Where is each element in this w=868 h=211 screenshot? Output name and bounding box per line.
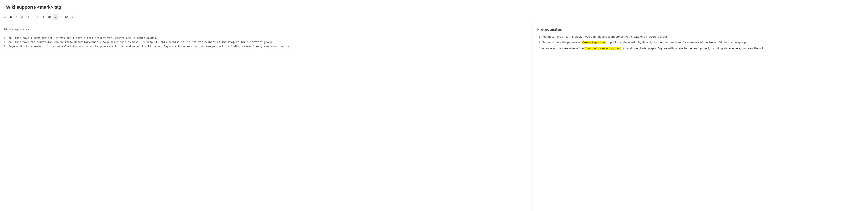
preview-pane: Prerequisites You must have a team proje… xyxy=(532,22,868,211)
svg-text:I: I xyxy=(16,16,17,19)
page-title-input[interactable] xyxy=(6,4,868,10)
checklist-icon xyxy=(43,16,46,19)
text-style-icon: A▾ xyxy=(4,16,7,19)
code-button[interactable] xyxy=(25,14,30,20)
more-icon xyxy=(76,16,79,19)
italic-button[interactable]: I xyxy=(14,14,19,20)
highlighted-text: Create Repository xyxy=(582,41,606,44)
svg-text:B: B xyxy=(10,16,12,19)
task-list-button[interactable] xyxy=(42,14,47,20)
highlight-button[interactable]: Abc xyxy=(53,14,58,20)
svg-point-37 xyxy=(78,17,79,17)
list-item: You must have the permission Create Repo… xyxy=(542,40,868,44)
bulleted-list-button[interactable] xyxy=(31,14,36,20)
link-icon xyxy=(21,16,24,19)
formatting-toolbar: A▾BI123Abc# Markdown supported. xyxy=(0,13,868,22)
ol-icon: 123 xyxy=(37,16,40,19)
table-icon xyxy=(48,16,51,19)
highlighted-text: Contributors security group xyxy=(585,47,621,50)
more-button[interactable] xyxy=(75,14,80,20)
svg-point-35 xyxy=(76,17,77,17)
markdown-source[interactable]: ## Prerequisites 1. You must have a team… xyxy=(0,22,532,49)
heading-button[interactable]: # xyxy=(58,14,64,20)
svg-text:3: 3 xyxy=(37,17,38,19)
paperclip-icon xyxy=(65,16,68,19)
page-title-input-wrapper[interactable] xyxy=(3,2,868,12)
attach-button[interactable] xyxy=(64,14,69,20)
svg-point-36 xyxy=(78,17,78,17)
svg-rect-22 xyxy=(43,17,44,18)
preview-list: You must have a team project. If you don… xyxy=(537,35,868,51)
svg-text:#: # xyxy=(60,16,61,19)
svg-point-12 xyxy=(32,17,32,17)
numbered-list-button[interactable]: 123 xyxy=(36,14,41,20)
paste-icon xyxy=(70,16,73,19)
paste-button[interactable] xyxy=(69,14,75,20)
svg-text:▾: ▾ xyxy=(5,17,6,18)
svg-rect-25 xyxy=(49,16,51,18)
link-button[interactable] xyxy=(20,14,25,20)
editor-split: ## Prerequisites 1. You must have a team… xyxy=(0,22,868,211)
svg-point-13 xyxy=(32,18,32,18)
title-toolbar: Close Save xyxy=(0,0,868,13)
ul-icon xyxy=(32,16,35,19)
table-button[interactable] xyxy=(47,14,53,20)
hash-icon: # xyxy=(59,16,62,19)
preview-heading: Prerequisites xyxy=(537,27,868,32)
code-icon xyxy=(26,16,29,19)
markdown-editor-pane[interactable]: ## Prerequisites 1. You must have a team… xyxy=(0,22,532,211)
highlight-icon: Abc xyxy=(54,16,57,19)
text-style-button[interactable]: A▾ xyxy=(3,14,8,20)
bold-icon: B xyxy=(9,16,12,19)
svg-point-11 xyxy=(32,16,32,16)
list-item: Anyone who is a member of the Contributo… xyxy=(542,47,868,51)
list-item: You must have a team project. If you don… xyxy=(542,35,868,39)
italic-icon: I xyxy=(15,16,18,19)
svg-text:Abc: Abc xyxy=(54,16,57,18)
bold-button[interactable]: B xyxy=(8,14,13,20)
